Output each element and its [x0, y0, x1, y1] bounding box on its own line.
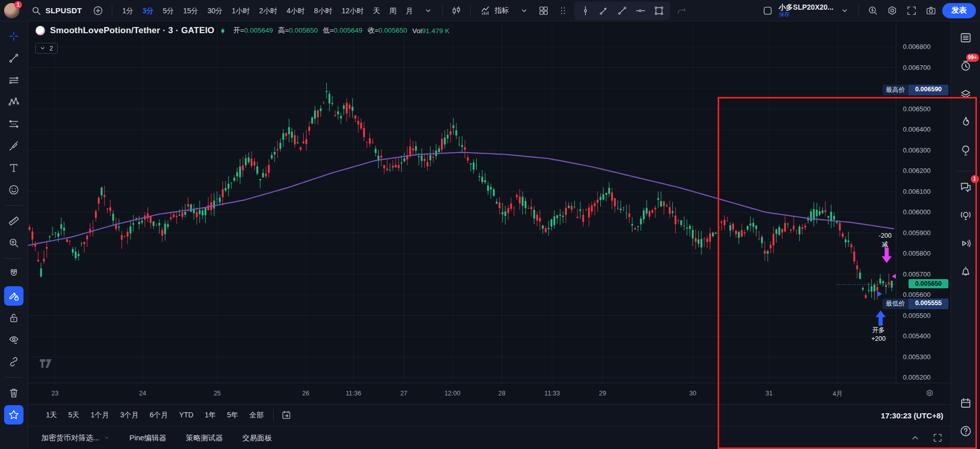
lock-all-drawings-tool[interactable]: [4, 308, 23, 328]
price-axis[interactable]: 0.0068000.0067000.0065000.0064000.006300…: [896, 21, 950, 383]
sync-drawings-tool[interactable]: [4, 352, 23, 371]
goto-date-button[interactable]: [278, 407, 295, 424]
legend-volume: Vol91.479 K: [412, 27, 450, 35]
crosshair-tool[interactable]: [4, 27, 23, 46]
toolbar-separator: [112, 5, 112, 17]
interval-button-1分[interactable]: 1分: [118, 2, 137, 19]
remove-drawings-tool[interactable]: [4, 383, 23, 403]
symbol-search[interactable]: SLPUSDT: [26, 2, 87, 19]
range-button-1个月[interactable]: 1个月: [86, 409, 114, 421]
legend-ohlc-values: 开=0.005649高=0.005650低=0.005649收=0.005650…: [233, 26, 450, 35]
interval-button-15分[interactable]: 15分: [179, 2, 203, 19]
trade-annotation-text[interactable]: -200减: [879, 232, 892, 249]
parallel-channel-tool[interactable]: [4, 70, 23, 90]
chart-style-button[interactable]: [448, 2, 464, 19]
xabcd-pattern-tool[interactable]: [4, 92, 23, 112]
price-tick-label: 0.006400: [903, 126, 930, 133]
favorites-toolbar-toggle[interactable]: [4, 405, 23, 425]
layout-grid-button[interactable]: [535, 2, 552, 19]
fullscreen-button[interactable]: [903, 2, 920, 19]
economic-calendar-panel[interactable]: [955, 393, 976, 413]
object-tree-collapse-badge[interactable]: 2: [35, 43, 58, 54]
toolbar-drag-handle[interactable]: [555, 2, 571, 19]
emoji-tool[interactable]: [4, 180, 23, 199]
vertical-line-tool[interactable]: [577, 2, 594, 19]
trend-line-tool[interactable]: [614, 2, 630, 19]
save-label: 保存: [779, 11, 834, 18]
top-toolbar: 1 SLPUSDT 1分3分5分15分30分1小时2小时4小时8小时12小时天周…: [0, 0, 980, 21]
compare-add-button[interactable]: [90, 2, 106, 19]
brush-tool[interactable]: [4, 136, 23, 156]
camera-icon: [925, 5, 937, 16]
layout-select-checkbox[interactable]: [760, 2, 776, 19]
fullscreen-icon: [906, 5, 917, 16]
bottom-tab-交易面板[interactable]: 交易面板: [242, 433, 272, 443]
chart-canvas[interactable]: [28, 21, 896, 383]
fibonacci-tool[interactable]: [4, 114, 23, 134]
collapse-panel-icon[interactable]: [910, 432, 921, 443]
interval-menu-button[interactable]: [420, 2, 436, 19]
interval-button-周[interactable]: 周: [385, 2, 401, 19]
help-button[interactable]: [955, 421, 976, 441]
object-tree-panel[interactable]: [955, 84, 976, 104]
indicators-button[interactable]: 指标: [476, 2, 513, 19]
bottom-tab-策略测试器[interactable]: 策略测试器: [186, 433, 223, 443]
interval-button-30分[interactable]: 30分: [203, 2, 227, 19]
chart-legend[interactable]: SmoothLovePotion/Tether · 3 · GATEIO 开=0…: [35, 26, 450, 36]
time-axis[interactable]: 2324252611:362712:002811:332930314月: [28, 383, 950, 404]
horizontal-ray-tool[interactable]: [632, 2, 649, 19]
layout-menu-button[interactable]: [837, 2, 853, 19]
trendline-tool[interactable]: [4, 48, 23, 68]
redo-button[interactable]: [673, 2, 690, 19]
interval-button-3分[interactable]: 3分: [138, 2, 158, 19]
axis-settings-gear-icon[interactable]: [925, 389, 934, 397]
layout-name-button[interactable]: 小多SLP20X20... 保存: [779, 4, 834, 18]
notifications-panel[interactable]: [955, 261, 976, 282]
user-avatar[interactable]: 1: [4, 3, 19, 18]
bottom-tab-Pine编辑器[interactable]: Pine编辑器: [130, 433, 167, 443]
magnet-mode-tool[interactable]: [4, 264, 23, 284]
range-button-6个月[interactable]: 6个月: [145, 409, 173, 421]
time-tick-label: 23: [52, 390, 59, 397]
publish-button[interactable]: 发表: [942, 3, 976, 18]
range-button-YTD[interactable]: YTD: [175, 409, 198, 421]
streams-panel[interactable]: [955, 233, 976, 254]
range-button-1天[interactable]: 1天: [41, 409, 62, 421]
chart-settings-button[interactable]: [884, 2, 900, 19]
hide-all-drawings-tool[interactable]: [4, 330, 23, 350]
interval-button-2小时[interactable]: 2小时: [255, 2, 282, 19]
chat-panel[interactable]: 1: [955, 177, 976, 197]
quick-search-button[interactable]: [865, 2, 881, 19]
snapshot-button[interactable]: [923, 2, 939, 19]
range-button-3个月[interactable]: 3个月: [115, 409, 143, 421]
interval-button-12小时[interactable]: 12小时: [337, 2, 368, 19]
interval-button-4小时[interactable]: 4小时: [283, 2, 309, 19]
interval-button-1小时[interactable]: 1小时: [228, 2, 254, 19]
interval-button-5分[interactable]: 5分: [159, 2, 178, 19]
tradingview-logo[interactable]: [39, 358, 55, 371]
trade-annotation-text[interactable]: 开多+200: [871, 326, 886, 343]
ideas-panel[interactable]: [955, 140, 976, 160]
interval-button-月[interactable]: 月: [402, 2, 417, 19]
watchlist-panel[interactable]: [955, 28, 976, 48]
price-tag-low: 最低价0.005555: [883, 298, 949, 309]
hotlists-panel[interactable]: [955, 112, 976, 132]
indicator-templates-button[interactable]: [516, 2, 532, 19]
zoom-in-tool[interactable]: [4, 233, 23, 253]
maximize-panel-icon[interactable]: [932, 432, 943, 443]
measure-tool[interactable]: [4, 211, 23, 231]
range-button-5天[interactable]: 5天: [64, 409, 84, 421]
clock[interactable]: 17:30:23 (UTC+8): [881, 411, 943, 420]
bottom-tab-screener[interactable]: 加密货币对筛选...: [41, 433, 110, 443]
range-button-1年[interactable]: 1年: [200, 409, 220, 421]
rectangle-tool[interactable]: [651, 2, 667, 19]
interval-button-天[interactable]: 天: [369, 2, 384, 19]
minds-panel[interactable]: [955, 205, 976, 226]
range-button-全部[interactable]: 全部: [245, 409, 268, 421]
arrow-tool[interactable]: [596, 2, 612, 19]
range-button-5年[interactable]: 5年: [223, 409, 243, 421]
text-tool[interactable]: [4, 158, 23, 178]
interval-button-8小时[interactable]: 8小时: [310, 2, 336, 19]
alerts-panel[interactable]: 99+: [955, 56, 976, 76]
stay-in-drawing-mode-tool[interactable]: [4, 286, 23, 306]
